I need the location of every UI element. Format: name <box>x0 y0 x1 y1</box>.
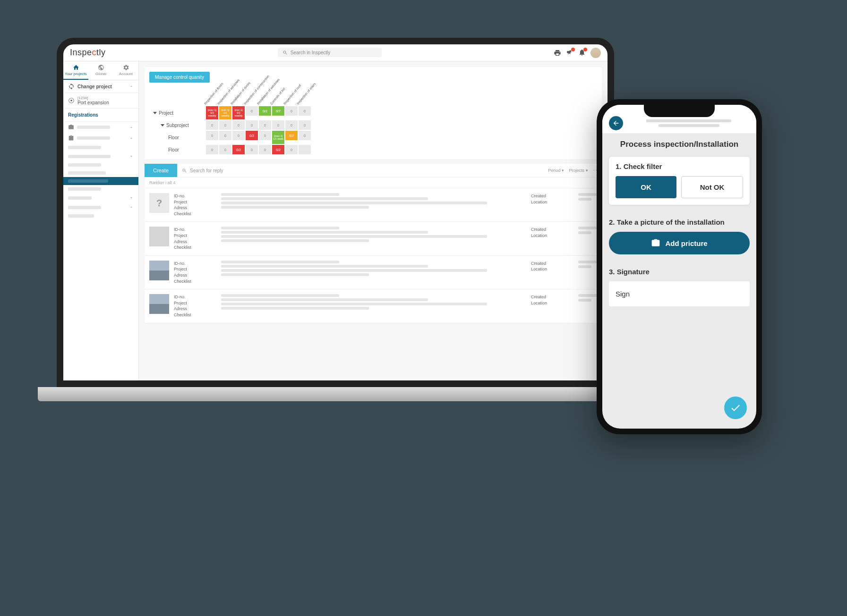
tab-global[interactable]: Global <box>88 61 113 80</box>
notifications-announcements[interactable] <box>566 49 573 57</box>
matrix-row-label: Subproject <box>166 123 189 128</box>
reply-row[interactable]: ID-no.ProjectAdressChecklistCreatedLocat… <box>145 289 602 323</box>
matrix-cell[interactable]: 0 <box>285 120 298 130</box>
sidebar-item[interactable] <box>63 161 138 169</box>
reply-end <box>578 227 597 250</box>
reply-content <box>212 193 526 217</box>
reply-row[interactable]: ID-no.ProjectAdressChecklistCreatedLocat… <box>145 222 602 255</box>
sidebar-item[interactable] <box>63 185 138 193</box>
matrix-cell[interactable]: 0 <box>272 120 284 130</box>
matrix-row: Subproject00000000 <box>149 120 597 130</box>
matrix-cell[interactable]: (max 1) 0/2 weekly <box>206 106 218 119</box>
sidebar-item[interactable] <box>63 169 138 177</box>
matrix-cell[interactable]: 0 <box>206 120 218 130</box>
filter-label: Period <box>548 168 560 173</box>
confirm-fab[interactable] <box>724 397 747 419</box>
sidebar-item[interactable] <box>63 143 138 152</box>
not-ok-button[interactable]: Not OK <box>681 176 743 198</box>
back-button[interactable] <box>609 116 623 130</box>
matrix-cell[interactable]: 0 <box>259 145 271 154</box>
step1-card: 1. Check filter OK Not OK <box>609 157 750 205</box>
matrix-cell[interactable]: 0 <box>259 131 271 140</box>
matrix-cell[interactable]: 0/2 <box>232 145 245 154</box>
filter-period[interactable]: Period ▾ <box>548 168 564 173</box>
reply-end <box>578 261 597 284</box>
globe-icon <box>98 64 104 71</box>
matrix-cell[interactable]: 0 <box>246 120 258 130</box>
matrix-cell[interactable]: 0 <box>285 145 298 154</box>
reply-row[interactable]: ID-no.ProjectAdressChecklistCreatedLocat… <box>145 256 602 289</box>
current-project-row[interactable]: [1234] Port expansion <box>63 93 138 109</box>
tab-account[interactable]: Account <box>113 61 138 80</box>
ok-button[interactable]: OK <box>616 176 676 198</box>
chevron-icon <box>129 125 134 130</box>
matrix-cell[interactable]: 0 <box>285 106 298 116</box>
reply-end <box>578 294 597 318</box>
user-avatar[interactable] <box>590 48 601 58</box>
matrix-row-label: Floor <box>168 147 179 152</box>
reply-dates: CreatedLocation <box>531 261 573 284</box>
reply-list: ?ID-no.ProjectAdressChecklistCreatedLoca… <box>145 188 602 323</box>
matrix-cell[interactable]: 0 <box>299 120 311 130</box>
sign-input[interactable]: Sign <box>609 281 750 306</box>
clipboard-icon <box>68 135 74 141</box>
sidebar-item[interactable] <box>63 152 138 161</box>
sidebar-item[interactable] <box>63 193 138 203</box>
matrix-cell[interactable]: 0 <box>219 120 231 130</box>
matrix-cell[interactable]: 0/7 <box>272 106 284 116</box>
main-content: Manage control quanity Inspection of flo… <box>139 61 607 380</box>
step1-title: 1. Check filter <box>609 157 750 176</box>
chevron-icon <box>129 136 134 141</box>
result-count: Rækker i alt 4 <box>145 177 602 188</box>
add-picture-button[interactable]: Add pricture <box>609 232 750 254</box>
matrix-cell[interactable]: 0 <box>299 131 311 140</box>
tab-label: Your projects <box>65 72 86 76</box>
matrix-cell[interactable]: 0 <box>259 120 271 130</box>
matrix-cell[interactable]: 0 <box>232 131 245 140</box>
matrix-cell[interactable]: 0 <box>206 145 218 154</box>
reply-row[interactable]: ?ID-no.ProjectAdressChecklistCreatedLoca… <box>145 188 602 222</box>
tab-your-projects[interactable]: Your projects <box>63 61 88 80</box>
chevron-icon <box>129 195 134 200</box>
reply-thumbnail <box>149 294 169 314</box>
matrix-cell[interactable]: 0 <box>206 131 218 140</box>
sidebar: Your projects Global Account Change proj… <box>63 61 139 380</box>
sidebar-item-clipboard[interactable] <box>63 133 138 143</box>
print-icon[interactable] <box>554 49 561 57</box>
reply-end <box>578 193 597 217</box>
filter-label: Projects <box>569 168 584 173</box>
change-project-row[interactable]: Change project <box>63 80 138 93</box>
matrix-cell[interactable] <box>299 145 311 154</box>
registrations-header[interactable]: Registrations <box>63 109 138 122</box>
create-button[interactable]: Create <box>145 164 177 177</box>
sidebar-item-selected[interactable] <box>63 177 138 185</box>
search-reply-input[interactable]: Search for reply <box>177 168 543 173</box>
matrix-cell[interactable]: 0 <box>219 131 231 140</box>
matrix-cell[interactable]: 0 <box>219 145 231 154</box>
reply-meta: ID-no.ProjectAdressChecklist <box>174 294 207 318</box>
matrix-cell[interactable]: (min 1) 1/1 weekly <box>219 106 231 119</box>
sidebar-item[interactable] <box>63 203 138 212</box>
global-search[interactable]: Search in Inspectly <box>278 48 382 57</box>
filter-projects[interactable]: Projects ▾ <box>569 168 588 173</box>
matrix-panel: Manage control quanity Inspection of flo… <box>145 67 602 159</box>
matrix-cell[interactable]: 0/2 <box>285 131 298 140</box>
notifications-bell[interactable] <box>578 49 586 57</box>
matrix-cell[interactable]: 0 <box>299 106 311 116</box>
matrix-cell[interactable]: (max 1) 1/1 week <box>272 131 284 144</box>
matrix-cell[interactable]: 0 <box>246 145 258 154</box>
matrix-cell[interactable]: 0/2 <box>272 145 284 154</box>
matrix-cell[interactable]: (min 1) 0/2 weekly <box>232 106 245 119</box>
sidebar-item-camera[interactable] <box>63 122 138 133</box>
matrix-cell[interactable]: 0/2 <box>259 106 271 116</box>
matrix-cell[interactable]: 0 <box>232 120 245 130</box>
project-name: Port expansion <box>77 100 109 105</box>
matrix-cell[interactable]: 0 <box>246 106 258 116</box>
matrix-cell[interactable]: 0/2 <box>246 131 258 140</box>
sidebar-item[interactable] <box>63 212 138 220</box>
replies-panel: Create Search for reply Period ▾ Project… <box>145 164 602 323</box>
reply-dates: CreatedLocation <box>531 227 573 250</box>
manage-control-button[interactable]: Manage control quanity <box>149 72 210 83</box>
search-icon <box>182 168 187 173</box>
camera-icon <box>651 238 660 248</box>
